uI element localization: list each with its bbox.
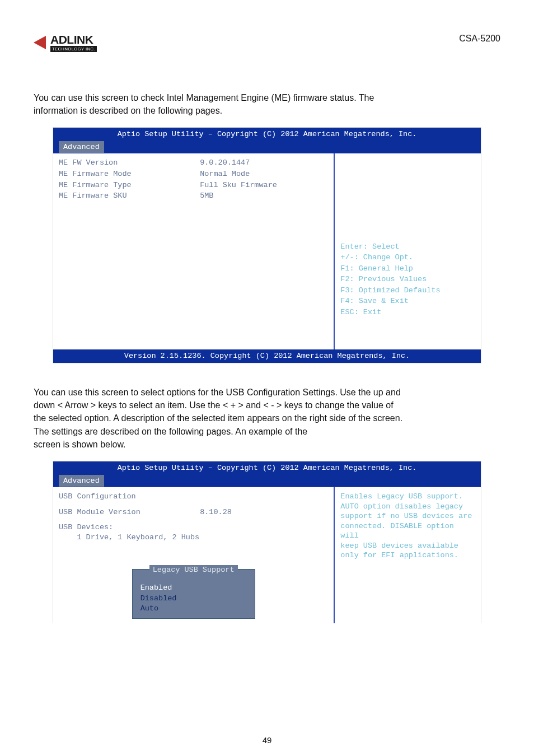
help-optimized-defaults: F3: Optimized Defaults [340, 286, 475, 296]
dialog-option-disabled[interactable]: Disabled [140, 594, 247, 604]
help-desc-line3: support if no USB devices are [340, 511, 475, 521]
help-enter-select: Enter: Select [340, 242, 475, 252]
help-select-screen-2: →←: Select Screen [340, 598, 475, 608]
usb-configuration-label: USB Configuration [59, 492, 200, 502]
help-change-opt: +/-: Change Opt. [340, 253, 475, 263]
help-select-screen: →←: Select Screen [340, 220, 475, 230]
me-firmware-sku-label: ME Firmware SKU [59, 191, 200, 201]
help-general-help: F1: General Help [340, 264, 475, 274]
bios-help-description: Enables Legacy USB support. AUTO option … [340, 492, 475, 561]
help-select-item: ↑↓: Select Item [340, 231, 475, 241]
help-desc-line5: keep USB devices available [340, 541, 475, 551]
dialog-option-auto[interactable]: Auto [140, 604, 247, 614]
bios-help-keys: →←: Select Screen ↑↓: Select Item Enter:… [340, 220, 475, 346]
legacy-usb-support-dialog: Legacy USB Support Enabled Disabled Auto [132, 569, 255, 619]
me-firmware-mode-value: Normal Mode [200, 169, 328, 179]
intro2-line3: the selected option. A description of th… [34, 413, 402, 423]
dialog-title: Legacy USB Support [149, 565, 238, 575]
help-previous-values: F2: Previous Values [340, 274, 475, 284]
bios-tab-bar-2: Advanced [53, 475, 481, 487]
help-esc-exit: ESC: Exit [340, 307, 475, 318]
help-desc-line4: connected. DISABLE option will [340, 521, 475, 541]
help-desc-line1: Enables Legacy USB support. [340, 492, 475, 502]
help-select-item-2: ↑↓: Select Item [340, 609, 475, 619]
intro-paragraph-2: You can use this screen to select option… [34, 386, 500, 451]
logo-arrow-icon [34, 36, 46, 49]
intro2-line1: You can use this screen to select option… [34, 388, 401, 397]
bios-tab-advanced-2[interactable]: Advanced [59, 475, 104, 487]
bios-title: Aptio Setup Utility – Copyright (C) 2012… [53, 128, 481, 141]
legacy-usb-support-label[interactable]: Legacy USB Support [59, 548, 200, 558]
usb-devices-label: USB Devices: [59, 522, 328, 533]
bios-screenshot-1: Aptio Setup Utility – Copyright (C) 2012… [53, 127, 481, 363]
product-code: CSA-5200 [459, 34, 500, 44]
me-firmware-sku-value: 5MB [200, 191, 328, 201]
brand-tagline: TECHNOLOGY INC. [50, 46, 97, 52]
bios-screenshot-2: Aptio Setup Utility – Copyright (C) 2012… [53, 461, 481, 623]
usb-module-version-label: USB Module Version [59, 507, 200, 517]
me-firmware-type-value: Full Sku Firmware [200, 180, 328, 190]
usb-module-version-value: 8.10.28 [200, 507, 328, 517]
intro-paragraph-1: You can use this screen to check Intel M… [34, 91, 500, 117]
intro1-line2: information is described on the followin… [34, 106, 222, 115]
intro2-line5: screen is shown below. [34, 440, 126, 449]
bios-help-top [340, 158, 475, 189]
me-fw-version-value: 9.0.20.1447 [200, 158, 328, 168]
intro2-line2: down < Arrow > keys to select an item. U… [34, 400, 394, 410]
intro1-line1: You can use this screen to check Intel M… [34, 93, 374, 102]
usb-devices-list: 1 Drive, 1 Keyboard, 2 Hubs [59, 533, 328, 543]
me-fw-version-label: ME FW Version [59, 158, 200, 168]
dialog-option-enabled[interactable]: Enabled [140, 583, 247, 593]
me-firmware-mode-label: ME Firmware Mode [59, 169, 200, 179]
help-desc-line6: only for EFI applications. [340, 550, 475, 561]
help-save-exit: F4: Save & Exit [340, 296, 475, 306]
page-number: 49 [0, 735, 534, 745]
bios-tab-bar: Advanced [53, 141, 481, 153]
me-firmware-type-label: ME Firmware Type [59, 180, 200, 190]
bios-tab-advanced[interactable]: Advanced [59, 141, 104, 153]
bios-footer: Version 2.15.1236. Copyright (C) 2012 Am… [53, 349, 481, 363]
help-desc-line2: AUTO option disables legacy [340, 502, 475, 512]
brand-name: ADLINK [50, 34, 97, 45]
brand-logo: ADLINK TECHNOLOGY INC. [34, 34, 97, 52]
intro2-line4: The settings are described on the follow… [34, 427, 307, 436]
legacy-usb-support-value[interactable]: [Enabled] [200, 548, 328, 558]
bios-help-keys-2: →←: Select Screen ↑↓: Select Item [340, 598, 475, 619]
bios-title-2: Aptio Setup Utility – Copyright (C) 2012… [53, 461, 481, 475]
